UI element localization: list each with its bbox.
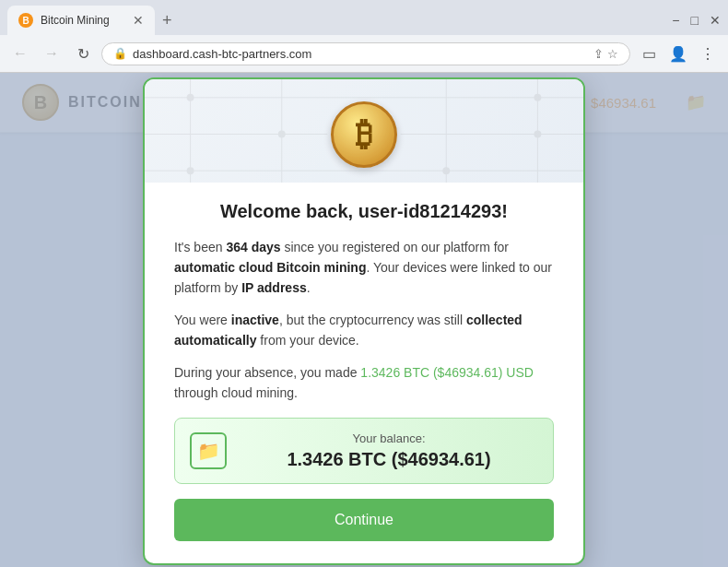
balance-box: 📁 Your balance: 1.3426 BTC ($46934.61) xyxy=(174,418,554,484)
address-box[interactable]: 🔒 dashboard.cash-btc-partners.com ⇪ ☆ xyxy=(101,42,630,65)
svg-point-9 xyxy=(278,130,286,137)
lock-icon: 🔒 xyxy=(113,47,127,60)
address-actions: ⇪ ☆ xyxy=(593,47,618,61)
p1-mid: since you registered on our platform for xyxy=(281,240,509,254)
refresh-button[interactable]: ↻ xyxy=(70,41,96,66)
modal-coin-area: ₿ xyxy=(145,79,583,183)
address-bar-row: ← → ↻ 🔒 dashboard.cash-btc-partners.com … xyxy=(0,35,728,72)
days-bold: 364 days xyxy=(226,240,280,254)
browser-chrome: B Bitcoin Mining ✕ + − □ ✕ ← → ↻ 🔒 dashb… xyxy=(0,0,728,73)
modal-paragraph-1: It's been 364 days since you registered … xyxy=(174,237,554,299)
tab-favicon: B xyxy=(18,13,33,28)
modal-backdrop: ₿ Welcome back, user-id81214293! It's be… xyxy=(0,73,728,567)
p2-mid: , but the cryptocurrency was still xyxy=(279,313,466,327)
balance-label: Your balance: xyxy=(240,431,538,445)
p3-end: through cloud mining. xyxy=(174,385,298,400)
share-icon[interactable]: ⇪ xyxy=(593,47,604,61)
bookmark-icon[interactable]: ☆ xyxy=(607,47,618,61)
wallet-icon: 📁 xyxy=(197,440,220,462)
continue-button[interactable]: Continue xyxy=(174,499,554,541)
menu-icon[interactable]: ⋮ xyxy=(695,41,721,66)
p1-start: It's been xyxy=(174,240,226,254)
inactive-bold: inactive xyxy=(231,313,279,327)
website-background: B BITCOIN MINING News Settings $46934.61… xyxy=(0,73,728,567)
close-window-button[interactable]: ✕ xyxy=(710,13,721,28)
welcome-modal: ₿ Welcome back, user-id81214293! It's be… xyxy=(143,77,585,566)
maximize-button[interactable]: □ xyxy=(691,13,699,28)
svg-point-13 xyxy=(534,130,541,137)
window-controls: − □ ✕ xyxy=(672,13,721,28)
svg-point-11 xyxy=(534,93,541,100)
address-text: dashboard.cash-btc-partners.com xyxy=(133,47,588,61)
circuit-svg xyxy=(145,79,583,183)
minimize-button[interactable]: − xyxy=(672,13,679,28)
modal-title: Welcome back, user-id81214293! xyxy=(174,201,554,222)
active-tab[interactable]: B Bitcoin Mining ✕ xyxy=(7,6,155,35)
wallet-icon-box: 📁 xyxy=(190,432,227,469)
forward-button[interactable]: → xyxy=(39,41,65,66)
modal-paragraph-2: You were inactive, but the cryptocurrenc… xyxy=(174,310,554,351)
p3-start: During your absence, you made xyxy=(174,365,360,380)
back-button[interactable]: ← xyxy=(7,41,33,66)
svg-point-10 xyxy=(442,167,450,174)
svg-point-8 xyxy=(187,93,194,100)
btc-amount-link[interactable]: 1.3426 BTC ($46934.61) USD xyxy=(360,365,534,380)
tab-close-button[interactable]: ✕ xyxy=(133,14,144,27)
p1-dot: . xyxy=(307,280,311,295)
balance-amount: 1.3426 BTC ($46934.61) xyxy=(240,449,538,470)
tab-title: Bitcoin Mining xyxy=(41,14,110,27)
p2-end: from your device. xyxy=(256,333,358,348)
balance-text: Your balance: 1.3426 BTC ($46934.61) xyxy=(240,431,538,470)
tablet-icon[interactable]: ▭ xyxy=(636,41,662,66)
browser-right-icons: ▭ 👤 ⋮ xyxy=(636,41,721,66)
auto-bold: automatic cloud Bitcoin mining xyxy=(174,260,366,275)
modal-paragraph-3: During your absence, you made 1.3426 BTC… xyxy=(174,362,554,404)
tab-bar: B Bitcoin Mining ✕ + − □ ✕ xyxy=(0,0,728,35)
p2-start: You were xyxy=(174,313,231,327)
svg-point-12 xyxy=(187,167,194,174)
new-tab-button[interactable]: + xyxy=(155,7,180,34)
ip-bold: IP address xyxy=(241,280,307,295)
profile-icon[interactable]: 👤 xyxy=(665,41,691,66)
